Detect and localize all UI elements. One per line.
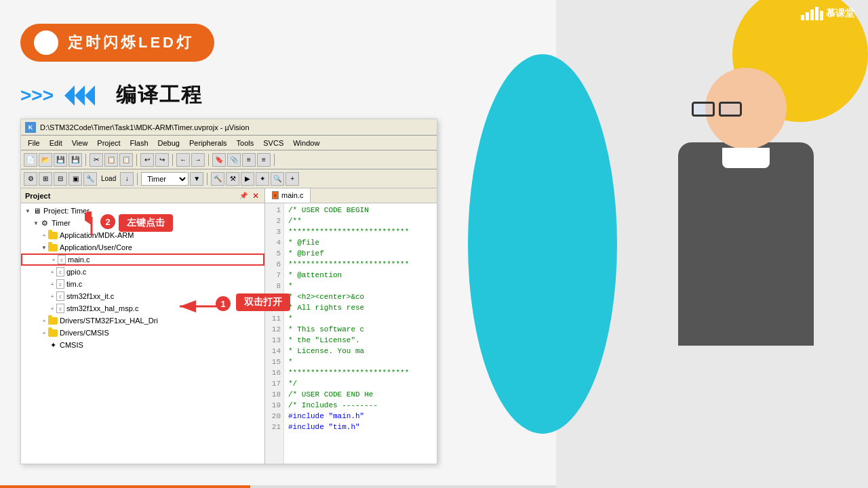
toolbar-save-btn[interactable]: 💾 (54, 153, 67, 167)
target-dropdown[interactable]: Timer (141, 172, 189, 186)
line-num-16: 16 (268, 367, 281, 378)
badge-2: 2 (100, 214, 115, 229)
toolbar2-rebuild-btn[interactable]: ⚒ (226, 172, 239, 186)
toolbar-copy-btn[interactable]: 📋 (104, 153, 118, 167)
toolbar2-btn3[interactable]: ⊟ (54, 172, 67, 186)
line-num-20: 20 (268, 411, 281, 422)
line-num-15: 15 (268, 357, 281, 367)
toolbar-num-btn[interactable]: ≡ (257, 153, 271, 167)
panel-close-icon[interactable]: ✕ (251, 191, 260, 201)
toolbar2-btn5[interactable]: 🔧 (83, 172, 97, 186)
tab-mainc[interactable]: c main.c (265, 188, 311, 203)
line-num-6: 6 (268, 259, 281, 270)
menu-debug[interactable]: Debug (154, 138, 184, 148)
menu-svcs[interactable]: SVCS (259, 138, 288, 148)
toolbar2-build-btn[interactable]: 🔨 (211, 172, 224, 186)
folder-mdk-icon (48, 232, 58, 239)
toolbar2-stop-btn[interactable]: ✦ (256, 172, 269, 186)
arrow-to-project-icon (85, 211, 98, 239)
folder-cmsis-icon (48, 329, 58, 337)
tree-item-drivers-cmsis[interactable]: + Drivers/CMSIS (21, 327, 264, 339)
menu-flash[interactable]: Flash (126, 138, 153, 148)
toolbar2-btn4[interactable]: ▣ (68, 172, 82, 186)
section-header: >>> 编译工程 (20, 81, 203, 109)
code-area[interactable]: 1 2 3 4 5 6 7 8 9 10 11 12 13 14 15 16 1 (265, 203, 437, 464)
toolbar2-sep-1 (137, 173, 138, 185)
tree-label-mainc: main.c (68, 256, 90, 264)
code-content: /* USER CODE BEGIN /** *****************… (284, 203, 437, 464)
bar3 (810, 9, 814, 20)
toolbar-find-btn[interactable]: 🔖 (212, 153, 226, 167)
tree-label-project-root: Project: Timer (43, 207, 90, 215)
tree-label-hal: Drivers/STM32F1xx_HAL_Dri (60, 317, 158, 325)
line-num-14: 14 (268, 346, 281, 357)
menu-edit[interactable]: Edit (45, 138, 66, 148)
editor-tabs: c main.c (265, 188, 437, 203)
tree-item-app-user[interactable]: ▼ Application/User/Core (21, 241, 264, 253)
code-line-10: * All rights rese (288, 302, 433, 313)
progress-bar-container (0, 485, 556, 488)
annotation-leftclick: 左键点击 (119, 214, 173, 232)
tree-item-cmsis-gear[interactable]: ✦ CMSIS (21, 339, 264, 351)
toolbar-ref-btn[interactable]: 📎 (227, 153, 241, 167)
toolbar-cut-btn[interactable]: ✂ (90, 153, 103, 167)
project-panel-header: Project 📌 ✕ (21, 188, 264, 203)
menu-peripherals[interactable]: Peripherals (185, 138, 231, 148)
panel-header-title: Project (25, 192, 236, 200)
svg-marker-1 (75, 85, 85, 106)
toolbar-undo-btn[interactable]: ↩ (140, 153, 154, 167)
toolbar-new-btn[interactable]: 📄 (24, 153, 37, 167)
presenter-figure (678, 68, 814, 346)
toolbar2-dropdown-btn[interactable]: ▼ (190, 172, 203, 186)
menu-project[interactable]: Project (93, 138, 124, 148)
expand-icon-gpioc: + (48, 268, 56, 276)
file-timc-icon: c (56, 279, 64, 289)
line-num-19: 19 (268, 400, 281, 411)
toolbar2-btn2[interactable]: ⊞ (39, 172, 52, 186)
arrow-to-mainc-icon (173, 300, 220, 313)
expand-icon-mdk: + (40, 231, 48, 239)
toolbar-save-all-btn[interactable]: 💾 (68, 153, 82, 167)
toolbar2-dbg-btn[interactable]: 🔍 (271, 172, 284, 186)
line-num-1: 1 (268, 205, 281, 216)
tree-item-gpioc[interactable]: + c gpio.c (21, 266, 264, 278)
tab-mainc-icon: c (272, 191, 279, 199)
tree-item-mainc[interactable]: + c main.c (21, 253, 264, 266)
toolbar-open-btn[interactable]: 📂 (39, 153, 52, 167)
code-line-11: * (288, 313, 433, 324)
arrow-icon: >>> (20, 85, 54, 106)
tree-label-mspc: stm32f1xx_hal_msp.c (66, 304, 138, 312)
expand-icon-cmsis: + (40, 329, 48, 337)
toolbar2-btn1[interactable]: ⚙ (24, 172, 37, 186)
line-num-12: 12 (268, 324, 281, 335)
bar4 (815, 7, 818, 20)
ide-title-icon: K (25, 122, 36, 133)
project-tree: ▼ 🖥 Project: Timer ▼ ⚙ Timer + Applicati… (21, 203, 264, 464)
code-line-9: * <h2><center>&co (288, 291, 433, 302)
section-title: 编译工程 (116, 81, 203, 109)
toolbar-fwd-btn[interactable]: → (191, 153, 205, 167)
tree-label-user: Application/User/Core (60, 243, 132, 251)
toolbar-paste-btn[interactable]: 📋 (119, 153, 133, 167)
ide-menubar[interactable]: File Edit View Project Flash Debug Perip… (21, 136, 437, 150)
bar5 (820, 11, 823, 20)
menu-tools[interactable]: Tools (233, 138, 258, 148)
toolbar2-more-btn[interactable]: + (285, 172, 299, 186)
tree-item-timc[interactable]: + c tim.c (21, 278, 264, 290)
menu-file[interactable]: File (24, 138, 44, 148)
banner-pill: 定时闪烁LED灯 (20, 24, 214, 62)
toolbar2-load-btn[interactable]: ↓ (120, 172, 134, 186)
code-line-16: *************************** (288, 367, 433, 378)
menu-view[interactable]: View (68, 138, 92, 148)
toolbar-back-btn[interactable]: ← (176, 153, 190, 167)
expand-icon-mainc: + (50, 256, 58, 264)
menu-window[interactable]: Window (289, 138, 323, 148)
tree-label-cmsis-gear: CMSIS (60, 341, 83, 349)
toolbar-list-btn[interactable]: ≡ (242, 153, 256, 167)
line-num-2: 2 (268, 216, 281, 226)
tree-item-drivers-hal[interactable]: + Drivers/STM32F1xx_HAL_Dri (21, 314, 264, 327)
toolbar2-translate-btn[interactable]: ▶ (241, 172, 254, 186)
panel-pin-icon[interactable]: 📌 (239, 191, 248, 201)
toolbar-redo-btn[interactable]: ↪ (155, 153, 169, 167)
logo-text: 慕课堂 (826, 7, 854, 20)
